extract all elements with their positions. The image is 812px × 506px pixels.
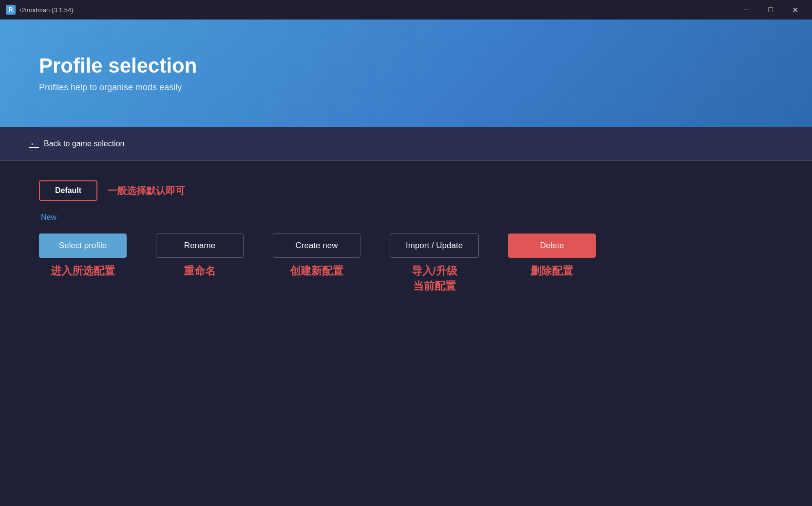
main-content: Default 一般选择默认即可 New Select profile 进入所选… [0, 161, 812, 506]
delete-button[interactable]: Delete [508, 234, 596, 258]
profile-row: Default 一般选择默认即可 [39, 180, 773, 201]
default-profile-button[interactable]: Default [39, 180, 97, 201]
back-to-game-selection-link[interactable]: ← Back to game selection [29, 138, 124, 149]
back-arrow-icon: ← [29, 138, 39, 149]
new-profile-label: New [41, 213, 773, 222]
close-button[interactable]: ✕ [784, 2, 806, 18]
import-update-hint: 导入/升级 当前配置 [412, 264, 457, 294]
import-update-button[interactable]: Import / Update [390, 234, 479, 258]
profile-divider [39, 207, 773, 207]
create-new-group: Create new 创建新配置 [273, 234, 360, 279]
select-profile-button[interactable]: Select profile [39, 234, 127, 258]
delete-group: Delete 删除配置 [508, 234, 596, 279]
select-profile-group: Select profile 进入所选配置 [39, 234, 127, 279]
create-new-button[interactable]: Create new [273, 234, 360, 258]
page-subtitle: Profiles help to organise mods easily [39, 82, 773, 93]
back-navigation: ← Back to game selection [0, 127, 812, 161]
app-title: r2modman (3.1.54) [19, 6, 74, 14]
rename-button[interactable]: Rename [156, 234, 244, 258]
app-icon: R [6, 5, 16, 15]
minimize-button[interactable]: ─ [735, 2, 757, 18]
window-controls: ─ □ ✕ [735, 2, 806, 18]
maximize-button[interactable]: □ [759, 2, 782, 18]
import-update-group: Import / Update 导入/升级 当前配置 [390, 234, 479, 294]
title-bar-left: R r2modman (3.1.54) [6, 5, 74, 15]
actions-row: Select profile 进入所选配置 Rename 重命名 Create … [39, 234, 773, 294]
profile-item-default: Default 一般选择默认即可 New [39, 180, 773, 222]
delete-hint: 删除配置 [530, 264, 573, 279]
select-profile-hint: 进入所选配置 [51, 264, 115, 279]
back-link-label: Back to game selection [44, 139, 124, 148]
create-new-hint: 创建新配置 [290, 264, 343, 279]
page-title: Profile selection [39, 54, 773, 78]
title-bar: R r2modman (3.1.54) ─ □ ✕ [0, 0, 812, 19]
rename-group: Rename 重命名 [156, 234, 244, 279]
page-header: Profile selection Profiles help to organ… [0, 19, 812, 127]
rename-hint: 重命名 [184, 264, 216, 279]
default-profile-hint: 一般选择默认即可 [107, 184, 185, 197]
